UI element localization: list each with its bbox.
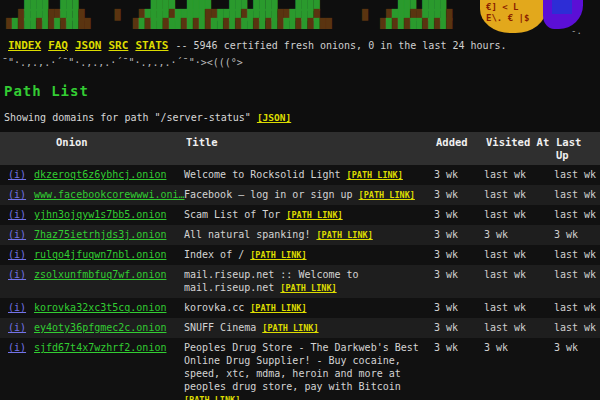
subtitle: Showing domains for path "/server-status… <box>4 112 600 123</box>
path-link[interactable]: [PATH LINK] <box>280 283 336 293</box>
table-row: (i)rulqo4jfuqwn7nbl.onionIndex of / [PAT… <box>0 245 600 265</box>
visited-at-cell: last wk <box>484 245 554 264</box>
visited-at-cell: 3 wk <box>484 225 554 244</box>
menu-link-faq[interactable]: FAQ <box>48 39 68 52</box>
last-up-cell: last wk <box>554 185 600 204</box>
table-row: (i)dkzeroqt6z6ybhcj.onionWelcome to Rock… <box>0 165 600 185</box>
path-link[interactable]: [PATH LINK] <box>250 303 306 313</box>
table-row: (i)yjhn3ojqyw1s7bb5.onionScam List of To… <box>0 205 600 225</box>
title-text: Peoples Drug Store - The Darkweb's Best … <box>184 342 419 392</box>
added-cell: 3 wk <box>434 338 484 357</box>
title-cell: Facebook – log in or sign up [PATH LINK] <box>184 185 434 205</box>
onion-link[interactable]: korovka32xc3t5cq.onion <box>34 302 166 313</box>
last-up-cell: last wk <box>554 265 600 284</box>
title-cell: All natural spanking! [PATH LINK] <box>184 225 434 245</box>
table-row: (i)zsolxunfmbfuq7wf.onionmail.riseup.net… <box>0 265 600 298</box>
onion-link[interactable]: rulqo4jfuqwn7nbl.onion <box>34 249 166 260</box>
path-link[interactable]: [PATH LINK] <box>184 395 240 400</box>
header-title: Title <box>184 132 434 152</box>
table-row: (i)www.facebookcorewwwi.oni…Facebook – l… <box>0 185 600 205</box>
title-cell: mail.riseup.net :: Welcome to mail.riseu… <box>184 265 434 298</box>
onion-count-status: -- 5946 certified fresh onions, 0 in the… <box>176 40 507 51</box>
onion-mascot-art: €] < L E\. € |$ <box>480 0 600 42</box>
info-link[interactable]: (i) <box>8 229 26 240</box>
fish-ascii-art: ¯"·.,.,.·´¯"·.,.,.·´¯"·.,.,.·´¯"·><(((°> <box>2 57 600 68</box>
visited-at-cell: 3 wk <box>484 338 554 357</box>
title-text: Facebook – log in or sign up <box>184 189 359 200</box>
last-up-cell: 3 wk <box>554 225 600 244</box>
info-cell: (i) <box>0 245 34 264</box>
path-link[interactable]: [PATH LINK] <box>250 250 306 260</box>
mascot-blue-block <box>552 0 572 14</box>
info-link[interactable]: (i) <box>8 169 26 180</box>
visited-at-cell: last wk <box>484 298 554 317</box>
onion-link[interactable]: ey4oty36pfgmec2c.onion <box>34 322 166 333</box>
title-text: Scam List of Tor <box>184 209 286 220</box>
table-row: (i)sjfd67t4x7wzhrf2.onionPeoples Drug St… <box>0 338 600 400</box>
menu-link-index[interactable]: INDEX <box>8 39 41 52</box>
title-text: Index of / <box>184 249 250 260</box>
menu-link-stats[interactable]: STATS <box>135 39 168 52</box>
info-link[interactable]: (i) <box>8 249 26 260</box>
title-text: SNUFF Cinema <box>184 322 262 333</box>
info-link[interactable]: (i) <box>8 342 26 353</box>
page-title: Path List <box>4 83 600 99</box>
info-cell: (i) <box>0 205 34 224</box>
info-link[interactable]: (i) <box>8 269 26 280</box>
info-cell: (i) <box>0 298 34 317</box>
onion-link[interactable]: sjfd67t4x7wzhrf2.onion <box>34 342 166 353</box>
onion-link[interactable]: dkzeroqt6z6ybhcj.onion <box>34 169 166 180</box>
info-cell: (i) <box>0 225 34 244</box>
subtitle-text: Showing domains for path "/server-status… <box>4 112 251 123</box>
menu-link-src[interactable]: SRC <box>109 39 129 52</box>
info-cell: (i) <box>0 265 34 284</box>
header-visited-at: Visited At <box>484 132 554 152</box>
menu-link-json[interactable]: JSON <box>75 39 102 52</box>
onion-cell: sjfd67t4x7wzhrf2.onion <box>34 338 184 357</box>
onion-cell: 7haz75ietrhjds3j.onion <box>34 225 184 244</box>
onion-cell: rulqo4jfuqwn7nbl.onion <box>34 245 184 264</box>
onion-link[interactable]: yjhn3ojqyw1s7bb5.onion <box>34 209 166 220</box>
info-link[interactable]: (i) <box>8 322 26 333</box>
onion-cell: yjhn3ojqyw1s7bb5.onion <box>34 205 184 224</box>
onion-link[interactable]: www.facebookcorewwwi.oni… <box>34 189 185 200</box>
onion-table: Onion Title Added Visited At Last Up (i)… <box>0 132 600 400</box>
onion-link[interactable]: zsolxunfmbfuq7wf.onion <box>34 269 166 280</box>
added-cell: 3 wk <box>434 185 484 204</box>
visited-at-cell: last wk <box>484 318 554 337</box>
onion-cell: ey4oty36pfgmec2c.onion <box>34 318 184 337</box>
path-link[interactable]: [PATH LINK] <box>316 230 372 240</box>
header-spacer <box>0 132 34 139</box>
added-cell: 3 wk <box>434 205 484 224</box>
path-link[interactable]: [PATH LINK] <box>359 190 415 200</box>
onion-cell: www.facebookcorewwwi.oni… <box>34 185 184 204</box>
path-link[interactable]: [PATH LINK] <box>262 323 318 333</box>
visited-at-cell: last wk <box>484 185 554 204</box>
menu-links: INDEXFAQJSONSRCSTATS <box>8 39 176 52</box>
info-cell: (i) <box>0 318 34 337</box>
json-export-link[interactable]: [JSON] <box>257 112 291 123</box>
added-cell: 3 wk <box>434 318 484 337</box>
info-link[interactable]: (i) <box>8 302 26 313</box>
last-up-cell: 3 wk <box>554 338 600 357</box>
onion-link[interactable]: 7haz75ietrhjds3j.onion <box>34 229 166 240</box>
title-text: Welcome to Rocksolid Light <box>184 169 347 180</box>
onion-cell: zsolxunfmbfuq7wf.onion <box>34 265 184 284</box>
info-cell: (i) <box>0 165 34 184</box>
info-link[interactable]: (i) <box>8 189 26 200</box>
path-link[interactable]: [PATH LINK] <box>347 170 403 180</box>
title-cell: Index of / [PATH LINK] <box>184 245 434 265</box>
last-up-cell: last wk <box>554 318 600 337</box>
info-link[interactable]: (i) <box>8 209 26 220</box>
visited-at-cell: last wk <box>484 165 554 184</box>
onion-cell: korovka32xc3t5cq.onion <box>34 298 184 317</box>
added-cell: 3 wk <box>434 165 484 184</box>
last-up-cell: last wk <box>554 298 600 317</box>
table-body: (i)dkzeroqt6z6ybhcj.onionWelcome to Rock… <box>0 165 600 400</box>
title-text: All natural spanking! <box>184 229 316 240</box>
table-header-row: Onion Title Added Visited At Last Up <box>0 132 600 165</box>
added-cell: 3 wk <box>434 245 484 264</box>
visited-at-cell: last wk <box>484 265 554 284</box>
path-link[interactable]: [PATH LINK] <box>286 210 342 220</box>
added-cell: 3 wk <box>434 225 484 244</box>
